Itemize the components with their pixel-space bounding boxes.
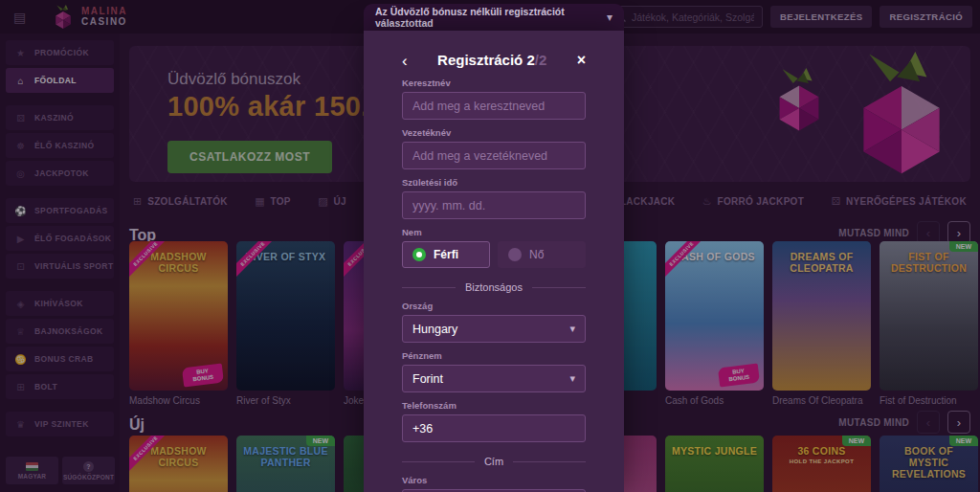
tab-label: SZOLGÁLTATÓK <box>147 196 228 207</box>
sidebar-item-sports[interactable]: ⚽SPORTFOGADÁS <box>6 198 114 223</box>
new-badge: NEW <box>949 241 978 252</box>
show-all-link[interactable]: MUTASD MIND <box>838 228 909 238</box>
logo-text-malina: MALINA <box>81 7 127 17</box>
banner-subtitle: Üdvözlő bónuszok <box>167 70 301 89</box>
logo[interactable]: MALINA CASINO <box>52 5 127 30</box>
sidebar-item-live-bets[interactable]: ▶ÉLŐ FOGADÁSOK <box>6 226 114 251</box>
sidebar-item-challenges[interactable]: ◈KIHÍVÁSOK <box>6 291 114 316</box>
city-field-group: Város <box>402 475 586 492</box>
shop-icon: ⊞ <box>14 382 27 392</box>
sidebar-item-label: PROMÓCIÓK <box>34 48 89 57</box>
game-card[interactable]: NEW36 CoinsHOLD THE JACKPOT <box>772 436 871 492</box>
sidebar-item-virtual-sport[interactable]: ⊡VIRTUÁLIS SPORT <box>6 254 114 279</box>
birth-date-input[interactable] <box>412 199 575 212</box>
tab-label: NYERŐGÉPES JÁTÉKOK <box>846 196 967 207</box>
sidebar-item-label: KIHÍVÁSOK <box>34 299 83 308</box>
podium-icon: ▦ <box>255 195 264 208</box>
game-title: Dreams Of Cleopatra <box>772 395 871 406</box>
gender-female-label: Nő <box>529 248 544 261</box>
currency-label: Pénznem <box>402 350 586 361</box>
sidebar-item-bonus-crab[interactable]: ♋BONUS CRAB <box>6 347 114 371</box>
help-center-button[interactable]: ? SÚGÓKÖZPONT <box>62 457 115 484</box>
sidebar-item-label: BONUS CRAB <box>34 354 94 364</box>
address-divider-label: Cím <box>484 456 503 467</box>
sidebar-item-casino[interactable]: ⚄KASZINÓ <box>6 105 114 130</box>
sidebar-item-label: KASZINÓ <box>34 113 74 123</box>
currency-field-group: Pénznem Forint ▾ <box>402 350 586 392</box>
grid-icon: ⊞ <box>133 195 142 208</box>
modal-title: Regisztráció 2 <box>437 52 535 68</box>
language-label: MAGYAR <box>18 473 47 480</box>
close-icon[interactable]: × <box>577 53 586 68</box>
game-card[interactable]: EXCLUSIVEMadshow Circus <box>129 436 228 492</box>
first-name-input[interactable] <box>412 100 575 113</box>
new-badge: NEW <box>306 436 335 446</box>
sidebar-item-label: ÉLŐ FOGADÁSOK <box>34 234 111 243</box>
login-button[interactable]: BEJELENTKEZÉS <box>770 6 873 28</box>
game-card[interactable]: EXCLUSIVECash of GodsBUY BONUS <box>665 241 764 391</box>
sidebar-item-tournaments[interactable]: ♕BAJNOKSÁGOK <box>6 319 114 344</box>
jackpot-icon: ◎ <box>14 168 27 179</box>
gender-female-option[interactable]: Nő <box>498 241 586 268</box>
sidebar-item-vip[interactable]: ♛VIP SZINTEK <box>6 412 114 436</box>
game-card[interactable]: Dreams of Cleopatra <box>772 241 871 391</box>
search-input[interactable] <box>632 11 754 23</box>
tab-slots[interactable]: ⚄NYERŐGÉPES JÁTÉKOK <box>831 195 967 208</box>
game-card[interactable]: Mystic Jungle <box>665 436 764 492</box>
sidebar-item-label: BAJNOKSÁGOK <box>34 326 102 336</box>
carousel-next-button[interactable]: › <box>947 411 970 434</box>
tab-top[interactable]: ▦TOP <box>255 195 291 208</box>
sidebar-item-shop[interactable]: ⊞BOLT <box>6 374 114 399</box>
game-card[interactable]: NEWFist of Destruction <box>880 241 978 391</box>
soccer-ball-icon: ⚽ <box>14 206 27 216</box>
sidebar-item-label: VIP SZINTEK <box>34 419 89 429</box>
address-divider: Cím <box>402 456 586 467</box>
show-all-link[interactable]: MUTASD MIND <box>838 417 909 428</box>
tab-label: FORRÓ JACKPOT <box>718 196 805 207</box>
tab-providers[interactable]: ⊞SZOLGÁLTATÓK <box>133 195 228 208</box>
currency-value: Forint <box>412 372 443 386</box>
new-window-icon: ▨ <box>318 195 327 208</box>
game-card[interactable]: EXCLUSIVERiver of Styx <box>236 241 335 391</box>
game-card[interactable]: NEWMajestic Blue Panther <box>236 436 335 492</box>
game-title: Madshow Circus <box>129 395 228 406</box>
chevron-down-icon: ▾ <box>569 372 575 385</box>
sidebar-item-label: VIRTUÁLIS SPORT <box>34 261 114 271</box>
radio-unselected-icon <box>508 248 522 261</box>
language-button[interactable]: MAGYAR <box>6 457 58 484</box>
first-name-field-group: Keresztnév <box>402 78 586 120</box>
register-button[interactable]: REGISZTRÁCIÓ <box>880 6 972 28</box>
tab-new[interactable]: ▨ÚJ <box>318 195 346 208</box>
radio-selected-icon <box>412 248 426 261</box>
country-select[interactable]: Hungary ▾ <box>402 315 586 343</box>
security-divider: Biztonságos <box>402 281 586 293</box>
join-now-button[interactable]: CSATLAKOZZ MOST <box>167 141 332 173</box>
sidebar-item-promotions[interactable]: ★PROMÓCIÓK <box>6 40 114 65</box>
gift-icon: ★ <box>14 48 27 58</box>
dice-icon: ⚄ <box>14 113 27 123</box>
game-art-title: Mystic Jungle <box>665 436 764 457</box>
game-title: River of Styx <box>236 395 335 406</box>
bonus-notice-bar[interactable]: Az Üdvözlő bónusz nélküli regisztrációt … <box>364 4 624 31</box>
phone-input[interactable] <box>412 422 575 436</box>
first-name-label: Keresztnév <box>402 78 586 88</box>
gender-male-option[interactable]: Férfi <box>402 241 490 268</box>
last-name-input[interactable] <box>412 149 575 163</box>
search-box[interactable] <box>607 6 763 28</box>
tab-hot-jackpot[interactable]: ♨FORRÓ JACKPOT <box>702 195 804 208</box>
game-card[interactable]: NEWBook of Mystic Revelations <box>880 436 978 492</box>
game-card[interactable]: EXCLUSIVEMadshow CircusBUY BONUS <box>129 241 228 391</box>
tab-label: ÚJ <box>334 196 346 207</box>
carousel-prev-button[interactable]: ‹ <box>917 411 940 434</box>
menu-toggle-icon[interactable]: ▤ <box>13 11 29 24</box>
country-value: Hungary <box>412 323 457 336</box>
chevron-down-icon[interactable]: ▾ <box>607 11 612 24</box>
sidebar-item-label: ÉLŐ KASZINÓ <box>34 141 95 150</box>
sidebar-item-live-casino[interactable]: ☸ÉLŐ KASZINÓ <box>6 133 114 158</box>
sidebar-item-home[interactable]: ⌂FŐOLDAL <box>6 68 114 93</box>
sidebar-item-jackpots[interactable]: ◎JACKPOTOK <box>6 161 114 186</box>
slot-machine-icon: ⚄ <box>831 195 840 208</box>
help-label: SÚGÓKÖZPONT <box>63 474 114 481</box>
country-label: Ország <box>402 301 586 311</box>
currency-select[interactable]: Forint ▾ <box>402 365 586 392</box>
